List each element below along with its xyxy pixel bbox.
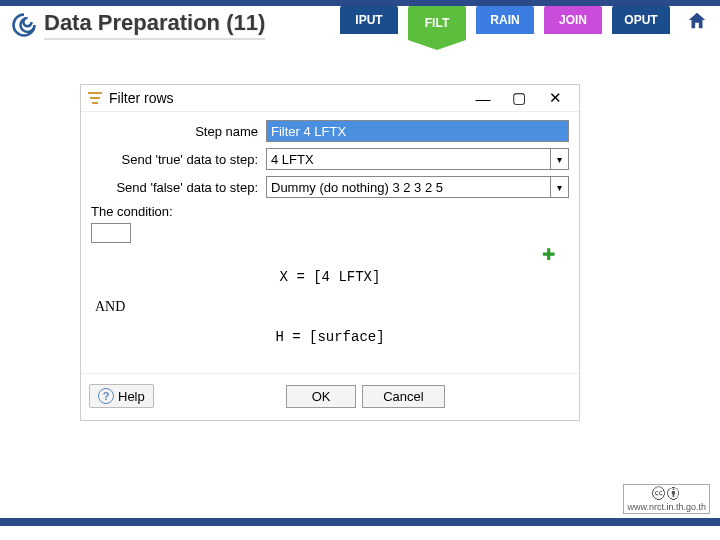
tab-iput[interactable]: IPUT	[340, 6, 398, 34]
add-condition-icon[interactable]: ✚	[542, 245, 555, 264]
minimize-button[interactable]: —	[465, 90, 501, 107]
chevron-down-icon[interactable]: ▾	[551, 176, 569, 198]
dialog-footer: ? Help OK Cancel	[81, 373, 579, 420]
cc-license-badge: 🅭🅯 www.nrct.in.th.go.th	[623, 484, 710, 514]
condition-label: The condition:	[91, 204, 569, 219]
ok-button[interactable]: OK	[286, 385, 356, 408]
step-name-label: Step name	[91, 124, 266, 139]
and-operator: AND	[95, 299, 569, 315]
close-button[interactable]: ✕	[537, 89, 573, 107]
slide-title: Data Preparation (11)	[44, 10, 265, 40]
cancel-button[interactable]: Cancel	[362, 385, 444, 408]
false-target-label: Send 'false' data to step:	[91, 180, 266, 195]
slide-header: Data Preparation (11) IPUT FILT RAIN JOI…	[0, 6, 720, 40]
expression-line-1: X = [4 LFTX]	[91, 269, 569, 285]
tab-filt[interactable]: FILT	[408, 6, 466, 40]
svg-rect-2	[92, 102, 98, 104]
condition-expression: X = [4 LFTX] AND H = [surface]	[91, 245, 569, 369]
tab-oput[interactable]: OPUT	[612, 6, 670, 34]
help-button[interactable]: ? Help	[89, 384, 154, 408]
condition-selector[interactable]	[91, 223, 131, 243]
chevron-down-icon[interactable]: ▾	[551, 148, 569, 170]
svg-rect-1	[90, 97, 100, 99]
tab-rain[interactable]: RAIN	[476, 6, 534, 34]
filter-icon	[87, 90, 103, 106]
tab-join[interactable]: JOIN	[544, 6, 602, 34]
true-target-label: Send 'true' data to step:	[91, 152, 266, 167]
cc-url: www.nrct.in.th.go.th	[627, 502, 706, 512]
help-label: Help	[118, 389, 145, 404]
expression-line-2: H = [surface]	[91, 329, 569, 345]
cc-icons: 🅭🅯	[652, 486, 682, 502]
step-name-input[interactable]	[266, 120, 569, 142]
true-target-select[interactable]	[266, 148, 551, 170]
dialog-title: Filter rows	[109, 90, 465, 106]
false-target-select[interactable]	[266, 176, 551, 198]
maximize-button[interactable]: ▢	[501, 89, 537, 107]
swirl-icon	[10, 11, 38, 39]
workflow-tabs: IPUT FILT RAIN JOIN OPUT	[340, 6, 670, 40]
dialog-titlebar: Filter rows — ▢ ✕	[81, 85, 579, 112]
svg-rect-0	[88, 92, 102, 94]
dialog-body: Step name Send 'true' data to step: ▾ Se…	[81, 112, 579, 373]
filter-rows-dialog: Filter rows — ▢ ✕ Step name Send 'true' …	[80, 84, 580, 421]
home-icon[interactable]	[686, 10, 708, 32]
help-icon: ?	[98, 388, 114, 404]
page-footer-bar	[0, 518, 720, 540]
